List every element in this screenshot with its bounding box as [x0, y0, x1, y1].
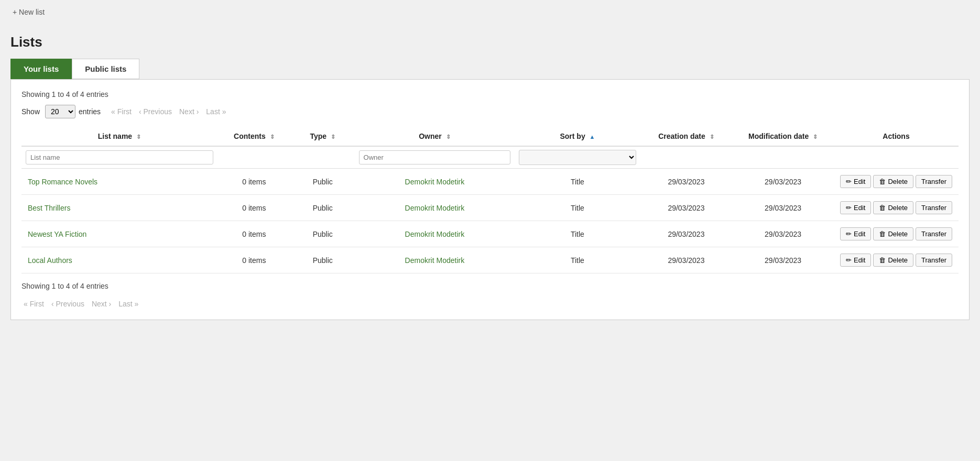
trash-icon: 🗑: [879, 256, 886, 264]
list-name-link-best-thrillers[interactable]: Best Thrillers: [28, 204, 70, 212]
type-cell: Public: [291, 221, 355, 247]
modification-date-cell: 29/03/2023: [732, 221, 834, 247]
col-header-actions: Actions: [834, 127, 959, 146]
col-header-modification-date[interactable]: Modification date ⇕: [732, 127, 834, 146]
edit-button-row2[interactable]: ✏ Edit: [840, 227, 871, 240]
sort-by-cell: Title: [515, 169, 640, 195]
previous-page-link-bottom[interactable]: ‹ Previous: [49, 299, 86, 309]
owner-link-row2[interactable]: Demokrit Modetirk: [405, 230, 465, 238]
creation-date-cell: 29/03/2023: [640, 169, 732, 195]
owner-cell: Demokrit Modetirk: [355, 169, 515, 195]
table-row: Top Romance Novels 0 items Public Demokr…: [21, 169, 959, 195]
filter-row: Title Author: [21, 146, 959, 169]
edit-icon: ✏: [846, 256, 852, 264]
sort-icon-sort-by: ▲: [590, 134, 595, 140]
edit-button-row0[interactable]: ✏ Edit: [840, 175, 871, 188]
next-page-link-bottom[interactable]: Next ›: [90, 299, 113, 309]
trash-icon: 🗑: [879, 204, 886, 212]
pagination-bottom: « First ‹ Previous Next › Last »: [21, 299, 959, 309]
owner-cell: Demokrit Modetirk: [355, 221, 515, 247]
edit-icon: ✏: [846, 230, 852, 238]
table-row: Local Authors 0 items Public Demokrit Mo…: [21, 247, 959, 273]
pagination-top: Show 10 20 50 100 entries « First ‹ Prev…: [21, 105, 959, 118]
col-header-type[interactable]: Type ⇕: [291, 127, 355, 146]
tabs: Your lists Public lists: [10, 59, 970, 79]
actions-cell: ✏ Edit 🗑 Delete Transfer: [834, 195, 959, 221]
page-title: Lists: [10, 34, 970, 50]
transfer-button-row0[interactable]: Transfer: [916, 175, 952, 188]
last-page-link-bottom[interactable]: Last »: [116, 299, 140, 309]
first-page-link[interactable]: « First: [109, 106, 134, 117]
lists-table: List name ⇕ Contents ⇕ Type ⇕ Owner ⇕: [21, 127, 959, 273]
delete-button-row1[interactable]: 🗑 Delete: [873, 201, 913, 214]
owner-link-row3[interactable]: Demokrit Modetirk: [405, 256, 465, 265]
sort-icon-list-name: ⇕: [136, 134, 141, 140]
entries-per-page-select[interactable]: 10 20 50 100: [45, 105, 75, 118]
modification-date-cell: 29/03/2023: [732, 169, 834, 195]
table-row: Newest YA Fiction 0 items Public Demokri…: [21, 221, 959, 247]
type-cell: Public: [291, 195, 355, 221]
creation-date-cell: 29/03/2023: [640, 221, 732, 247]
entries-label: entries: [79, 107, 101, 116]
contents-cell: 0 items: [217, 195, 291, 221]
owner-link-row0[interactable]: Demokrit Modetirk: [405, 178, 465, 186]
list-name-link-local-authors[interactable]: Local Authors: [28, 256, 72, 265]
owner-link-row1[interactable]: Demokrit Modetirk: [405, 204, 465, 212]
type-cell: Public: [291, 247, 355, 273]
trash-icon: 🗑: [879, 230, 886, 238]
showing-entries-top: Showing 1 to 4 of 4 entries: [21, 90, 959, 98]
list-name-link-newest-ya[interactable]: Newest YA Fiction: [28, 230, 86, 238]
delete-button-row2[interactable]: 🗑 Delete: [873, 227, 913, 240]
edit-icon: ✏: [846, 204, 852, 212]
tab-public-lists[interactable]: Public lists: [72, 59, 139, 79]
actions-cell: ✏ Edit 🗑 Delete Transfer: [834, 169, 959, 195]
sort-icon-owner: ⇕: [446, 134, 451, 140]
content-area: Showing 1 to 4 of 4 entries Show 10 20 5…: [10, 79, 970, 320]
tab-your-lists[interactable]: Your lists: [10, 59, 72, 79]
edit-icon: ✏: [846, 178, 852, 185]
modification-date-cell: 29/03/2023: [732, 247, 834, 273]
actions-cell: ✏ Edit 🗑 Delete Transfer: [834, 221, 959, 247]
table-row: Best Thrillers 0 items Public Demokrit M…: [21, 195, 959, 221]
owner-cell: Demokrit Modetirk: [355, 195, 515, 221]
showing-entries-bottom: Showing 1 to 4 of 4 entries: [21, 282, 959, 290]
sort-icon-creation-date: ⇕: [710, 134, 714, 140]
sort-by-cell: Title: [515, 221, 640, 247]
modification-date-cell: 29/03/2023: [732, 195, 834, 221]
edit-button-row3[interactable]: ✏ Edit: [840, 254, 871, 267]
transfer-button-row3[interactable]: Transfer: [916, 254, 952, 267]
contents-cell: 0 items: [217, 247, 291, 273]
previous-page-link[interactable]: ‹ Previous: [137, 106, 174, 117]
col-header-contents[interactable]: Contents ⇕: [217, 127, 291, 146]
transfer-button-row2[interactable]: Transfer: [916, 227, 952, 240]
first-page-link-bottom[interactable]: « First: [21, 299, 46, 309]
filter-list-name-input[interactable]: [26, 150, 213, 164]
sort-icon-modification-date: ⇕: [813, 134, 818, 140]
filter-owner-input[interactable]: [359, 150, 511, 164]
creation-date-cell: 29/03/2023: [640, 247, 732, 273]
creation-date-cell: 29/03/2023: [640, 195, 732, 221]
sort-icon-contents: ⇕: [270, 134, 275, 140]
next-page-link[interactable]: Next ›: [177, 106, 201, 117]
show-label: Show: [21, 107, 40, 116]
new-list-label: + New list: [13, 8, 45, 16]
sort-by-cell: Title: [515, 247, 640, 273]
list-name-link-top-romance[interactable]: Top Romance Novels: [28, 178, 97, 186]
edit-button-row1[interactable]: ✏ Edit: [840, 201, 871, 214]
last-page-link[interactable]: Last »: [204, 106, 228, 117]
new-list-link[interactable]: + New list: [10, 8, 45, 16]
sort-icon-type: ⇕: [331, 134, 335, 140]
filter-sort-by-select[interactable]: Title Author: [519, 150, 636, 165]
sort-by-cell: Title: [515, 195, 640, 221]
actions-cell: ✏ Edit 🗑 Delete Transfer: [834, 247, 959, 273]
contents-cell: 0 items: [217, 169, 291, 195]
delete-button-row0[interactable]: 🗑 Delete: [873, 175, 913, 188]
trash-icon: 🗑: [879, 178, 886, 185]
transfer-button-row1[interactable]: Transfer: [916, 201, 952, 214]
col-header-sort-by[interactable]: Sort by ▲: [515, 127, 640, 146]
col-header-creation-date[interactable]: Creation date ⇕: [640, 127, 732, 146]
delete-button-row3[interactable]: 🗑 Delete: [873, 254, 913, 267]
contents-cell: 0 items: [217, 221, 291, 247]
col-header-list-name[interactable]: List name ⇕: [21, 127, 217, 146]
col-header-owner[interactable]: Owner ⇕: [355, 127, 515, 146]
